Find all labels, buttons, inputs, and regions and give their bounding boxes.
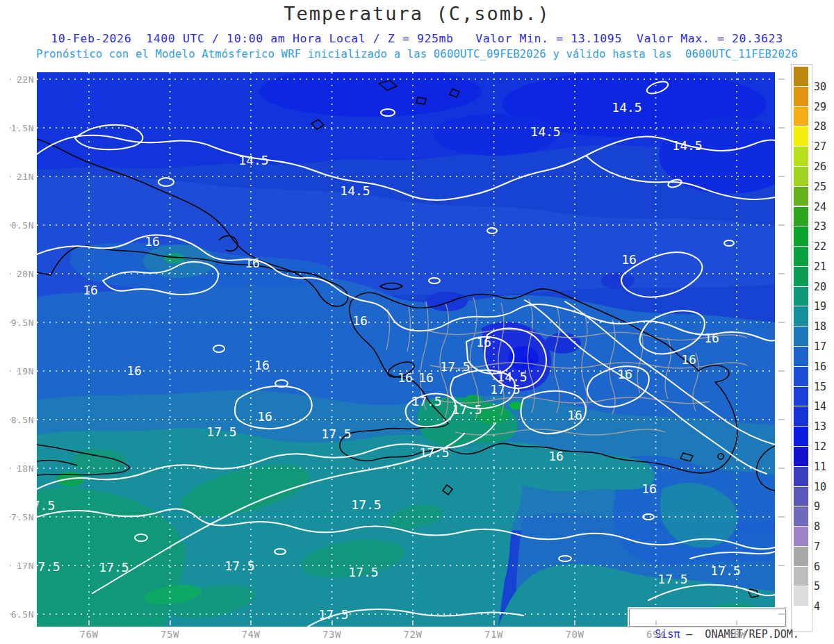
colorbar-cell	[794, 126, 808, 146]
colorbar-tick-label: 30	[814, 81, 826, 93]
contour-label: 16	[145, 234, 160, 249]
y-tick-dots	[10, 322, 36, 323]
contour-label: 17.5	[206, 424, 236, 439]
x-tick-label: 69W	[646, 629, 665, 640]
x-tick-dash	[736, 620, 737, 625]
colorbar-tick-label: 10	[814, 481, 826, 493]
x-tick-label: 72W	[404, 629, 423, 640]
y-tick-right-dash	[778, 127, 785, 129]
x-tick-dash	[412, 620, 414, 625]
contour-label: 16	[681, 352, 696, 367]
contour-label: 16	[548, 449, 564, 463]
colorbar-tick-label: 19	[814, 300, 826, 313]
colorbar-tick-label: 8	[814, 520, 820, 533]
colorbar-cell	[794, 267, 808, 286]
x-tick-dash	[574, 620, 575, 625]
colorbar-cell	[794, 287, 808, 306]
x-tick-dash	[332, 620, 333, 625]
colorbar-tick-label: 20	[814, 281, 826, 293]
y-tick-right-dash	[778, 79, 785, 80]
contour-label: 14.5	[340, 183, 370, 198]
y-tick-dots	[10, 613, 36, 615]
colorbar-cell	[794, 187, 808, 206]
colorbar-cell	[794, 347, 808, 366]
colorbar-tick-label: 5	[814, 580, 820, 593]
colorbar-tick-label: 16	[814, 361, 826, 373]
colorbar-cell	[794, 87, 808, 106]
y-tick-right-dash	[778, 224, 785, 226]
contour-label: 16	[641, 481, 657, 496]
x-tick-dash	[88, 620, 90, 625]
colorbar-tick-label: 14	[814, 400, 826, 413]
contour-label: 16	[83, 283, 98, 297]
colorbar-cell	[794, 506, 808, 526]
contour-label: 16	[254, 358, 270, 372]
colorbar-cell	[794, 147, 808, 166]
contour-label: 16	[418, 370, 434, 385]
colorbar-cell	[794, 527, 808, 546]
colorbar-tick-label: 26	[814, 160, 826, 173]
x-tick-label: 73W	[322, 629, 341, 640]
y-tick-dots	[10, 176, 36, 177]
y-tick-right-dash	[778, 176, 785, 177]
x-tick-dash	[170, 620, 171, 625]
y-tick-dots	[10, 468, 36, 469]
contour-label: 17.5	[37, 559, 60, 574]
colorbar-tick-label: 12	[814, 440, 826, 453]
contour-label: 17.5	[710, 563, 740, 578]
y-tick-right-dash	[778, 419, 785, 420]
x-tick-dash	[250, 620, 252, 625]
x-tick-label: 70W	[566, 629, 584, 640]
colorbar-tick-label: 9	[814, 500, 820, 513]
subtitle-validtime: 10-Feb-2026 1400 UTC / 10:00 am Hora Loc…	[0, 32, 834, 45]
contour-label: 17.5	[440, 359, 470, 374]
y-tick-dots	[10, 127, 36, 129]
y-tick-dots	[10, 370, 36, 372]
y-tick-dots	[10, 224, 36, 226]
colorbar-tick-label: 17	[814, 340, 826, 353]
contour-label: 14.5	[530, 124, 560, 139]
weather-map-page: Temperatura (C,somb.) 10-Feb-2026 1400 U…	[0, 0, 834, 644]
colorbar-cell	[794, 606, 808, 626]
contour-label: 17.5	[490, 382, 520, 397]
colorbar-cell	[794, 107, 808, 126]
colorbar-cell	[794, 306, 808, 326]
colorbar-tick-label: 11	[814, 461, 826, 473]
contour-label: 17.5	[99, 560, 129, 575]
temperature-shading	[37, 72, 775, 627]
colorbar-cell	[794, 487, 808, 506]
contour-label: 17.5	[657, 572, 687, 586]
y-tick-dots	[10, 516, 36, 518]
y-tick-right-dash	[778, 273, 785, 274]
colorbar-cell	[794, 547, 808, 566]
colorbar-tick-label: 25	[814, 181, 826, 193]
colorbar-cell	[794, 567, 808, 586]
contour-label: 16	[704, 331, 719, 345]
contour-label: 7.5	[37, 498, 55, 513]
x-tick-dash	[493, 620, 495, 625]
colorbar-tick-label: 29	[814, 101, 826, 113]
contour-label: 17.5	[452, 402, 482, 417]
y-tick-right-dash	[778, 613, 785, 615]
contour-label: 16	[567, 408, 582, 422]
colorbar-cell	[794, 327, 808, 346]
colorbar-tick-label: 13	[814, 420, 826, 433]
contour-label: 17.5	[321, 427, 351, 441]
colorbar-tick-label: 23	[814, 220, 826, 233]
contour-label: 14.5	[238, 153, 268, 167]
colorbar-cell	[794, 447, 808, 466]
x-tick-label: 68W	[728, 629, 746, 640]
colorbar-cell	[794, 406, 808, 426]
colorbar-cell	[794, 467, 808, 486]
y-tick-right-dash	[778, 516, 785, 518]
contour-label: 16	[245, 256, 260, 270]
contour-label: 17.5	[348, 565, 378, 579]
contour-label: 17.5	[411, 394, 441, 408]
subtitle-model-info: Pronóstico con el Modelo Atmósferico WRF…	[0, 48, 834, 60]
colorbar-tick-label: 4	[814, 600, 820, 613]
y-tick-right-dash	[778, 370, 785, 372]
colorbar-tick-label: 24	[814, 201, 826, 213]
colorbar-tick-label: 18	[814, 320, 826, 333]
colorbar-cell	[794, 67, 808, 86]
colorbar-tick-label: 21	[814, 261, 826, 273]
